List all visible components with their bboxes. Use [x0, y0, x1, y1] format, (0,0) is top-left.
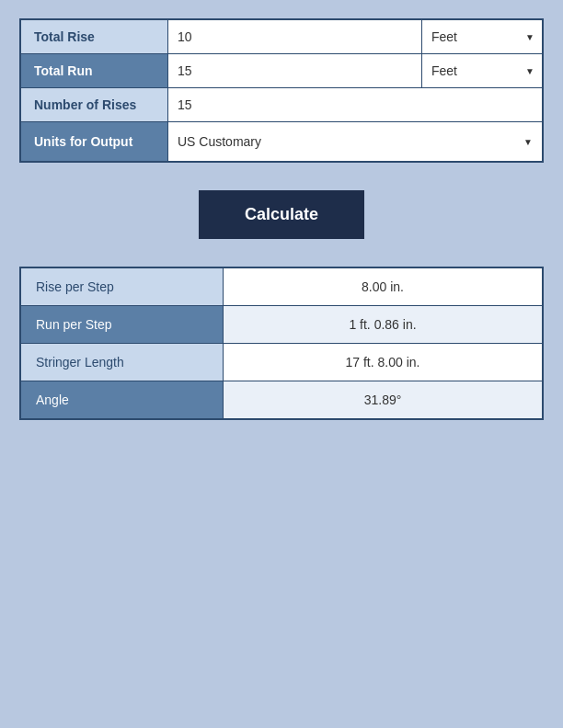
- number-of-rises-label: Number of Rises: [21, 88, 168, 121]
- result-row-stringer-length: Stringer Length 17 ft. 8.00 in.: [21, 344, 542, 381]
- result-row-rise-per-step: Rise per Step 8.00 in.: [21, 268, 542, 306]
- number-of-rises-row: Number of Rises: [21, 88, 542, 122]
- total-run-input[interactable]: [168, 54, 422, 87]
- total-rise-unit-wrapper: Feet Inches Meters Centimeters: [422, 20, 542, 53]
- stringer-length-value: 17 ft. 8.00 in.: [224, 344, 542, 381]
- result-row-run-per-step: Run per Step 1 ft. 0.86 in.: [21, 306, 542, 344]
- input-section: Total Rise Feet Inches Meters Centimeter…: [19, 18, 544, 163]
- rise-per-step-label: Rise per Step: [21, 268, 224, 305]
- rise-per-step-value: 8.00 in.: [224, 268, 542, 305]
- total-run-unit-wrapper: Feet Inches Meters Centimeters: [422, 54, 542, 87]
- units-for-output-select[interactable]: US Customary Metric: [168, 122, 542, 161]
- units-for-output-select-wrapper: US Customary Metric: [168, 122, 542, 161]
- number-of-rises-input[interactable]: [168, 88, 542, 121]
- run-per-step-value: 1 ft. 0.86 in.: [224, 306, 542, 343]
- stringer-length-label: Stringer Length: [21, 344, 224, 381]
- calculate-button[interactable]: Calculate: [199, 190, 364, 239]
- total-rise-row: Total Rise Feet Inches Meters Centimeter…: [21, 20, 542, 54]
- total-run-row: Total Run Feet Inches Meters Centimeters: [21, 54, 542, 88]
- angle-value: 31.89°: [224, 381, 542, 418]
- angle-label: Angle: [21, 381, 224, 418]
- units-for-output-row: Units for Output US Customary Metric: [21, 122, 542, 161]
- units-for-output-label: Units for Output: [21, 122, 168, 161]
- result-row-angle: Angle 31.89°: [21, 381, 542, 418]
- total-rise-input[interactable]: [168, 20, 422, 53]
- total-rise-label: Total Rise: [21, 20, 168, 53]
- results-section: Rise per Step 8.00 in. Run per Step 1 ft…: [19, 267, 544, 420]
- run-per-step-label: Run per Step: [21, 306, 224, 343]
- total-run-label: Total Run: [21, 54, 168, 87]
- total-rise-unit-select[interactable]: Feet Inches Meters Centimeters: [422, 20, 542, 53]
- total-run-unit-select[interactable]: Feet Inches Meters Centimeters: [422, 54, 542, 87]
